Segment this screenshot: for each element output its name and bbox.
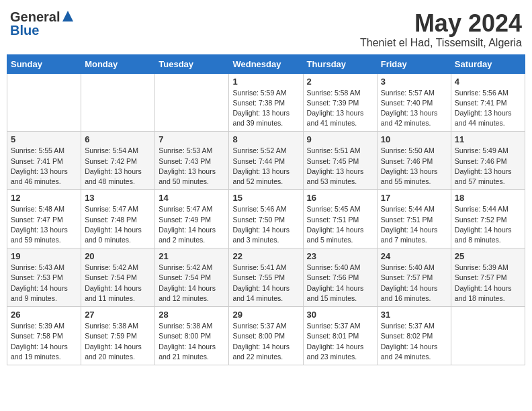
day-info: Sunrise: 5:50 AMSunset: 7:46 PMDaylight:… bbox=[381, 146, 447, 187]
day-number: 27 bbox=[85, 310, 151, 320]
day-info: Sunrise: 5:51 AMSunset: 7:45 PMDaylight:… bbox=[307, 146, 373, 187]
calendar-cell: 14Sunrise: 5:47 AMSunset: 7:49 PMDayligh… bbox=[155, 190, 229, 248]
weekday-header-row: SundayMondayTuesdayWednesdayThursdayFrid… bbox=[7, 54, 525, 73]
calendar-cell: 19Sunrise: 5:43 AMSunset: 7:53 PMDayligh… bbox=[7, 248, 81, 307]
title-section: May 2024 Theniet el Had, Tissemsilt, Alg… bbox=[360, 10, 522, 49]
day-info: Sunrise: 5:37 AMSunset: 8:00 PMDaylight:… bbox=[232, 321, 299, 362]
day-number: 3 bbox=[381, 77, 447, 87]
day-info: Sunrise: 5:53 AMSunset: 7:43 PMDaylight:… bbox=[159, 146, 225, 187]
day-number: 31 bbox=[381, 310, 447, 320]
day-info: Sunrise: 5:45 AMSunset: 7:51 PMDaylight:… bbox=[307, 204, 373, 245]
day-info: Sunrise: 5:59 AMSunset: 7:38 PMDaylight:… bbox=[232, 88, 299, 129]
day-number: 4 bbox=[455, 77, 521, 87]
calendar-cell: 16Sunrise: 5:45 AMSunset: 7:51 PMDayligh… bbox=[303, 190, 377, 248]
day-info: Sunrise: 5:38 AMSunset: 7:59 PMDaylight:… bbox=[85, 321, 151, 362]
calendar-cell: 30Sunrise: 5:37 AMSunset: 8:01 PMDayligh… bbox=[303, 307, 377, 365]
day-info: Sunrise: 5:57 AMSunset: 7:40 PMDaylight:… bbox=[381, 88, 447, 129]
day-number: 9 bbox=[307, 134, 373, 144]
calendar-cell: 6Sunrise: 5:54 AMSunset: 7:42 PMDaylight… bbox=[81, 132, 155, 190]
month-title: May 2024 bbox=[360, 10, 522, 37]
day-number: 11 bbox=[455, 134, 521, 144]
day-info: Sunrise: 5:49 AMSunset: 7:46 PMDaylight:… bbox=[455, 146, 521, 187]
calendar-cell: 10Sunrise: 5:50 AMSunset: 7:46 PMDayligh… bbox=[377, 132, 451, 190]
week-row-4: 19Sunrise: 5:43 AMSunset: 7:53 PMDayligh… bbox=[7, 248, 525, 307]
calendar-cell: 13Sunrise: 5:47 AMSunset: 7:48 PMDayligh… bbox=[81, 190, 155, 248]
calendar-cell: 27Sunrise: 5:38 AMSunset: 7:59 PMDayligh… bbox=[81, 307, 155, 365]
day-number: 12 bbox=[11, 193, 77, 203]
day-number: 21 bbox=[159, 251, 225, 261]
day-number: 1 bbox=[232, 77, 299, 87]
logo: General Blue bbox=[10, 10, 75, 37]
day-number: 14 bbox=[159, 193, 225, 203]
day-info: Sunrise: 5:44 AMSunset: 7:52 PMDaylight:… bbox=[455, 204, 521, 245]
calendar-cell: 12Sunrise: 5:48 AMSunset: 7:47 PMDayligh… bbox=[7, 190, 81, 248]
day-number: 18 bbox=[455, 193, 521, 203]
day-number: 10 bbox=[381, 134, 447, 144]
day-number: 26 bbox=[11, 310, 77, 320]
day-info: Sunrise: 5:55 AMSunset: 7:41 PMDaylight:… bbox=[11, 146, 77, 187]
day-number: 22 bbox=[232, 251, 299, 261]
day-info: Sunrise: 5:52 AMSunset: 7:44 PMDaylight:… bbox=[232, 146, 299, 187]
location-title: Theniet el Had, Tissemsilt, Algeria bbox=[360, 37, 522, 49]
calendar-cell: 1Sunrise: 5:59 AMSunset: 7:38 PMDaylight… bbox=[229, 73, 303, 132]
calendar-cell: 18Sunrise: 5:44 AMSunset: 7:52 PMDayligh… bbox=[451, 190, 525, 248]
day-info: Sunrise: 5:40 AMSunset: 7:57 PMDaylight:… bbox=[381, 263, 447, 304]
day-number: 25 bbox=[455, 251, 521, 261]
calendar-cell bbox=[7, 73, 81, 132]
calendar-cell: 2Sunrise: 5:58 AMSunset: 7:39 PMDaylight… bbox=[303, 73, 377, 132]
day-number: 7 bbox=[159, 134, 225, 144]
day-number: 8 bbox=[232, 134, 299, 144]
day-number: 20 bbox=[85, 251, 151, 261]
weekday-header-wednesday: Wednesday bbox=[229, 54, 303, 73]
week-row-5: 26Sunrise: 5:39 AMSunset: 7:58 PMDayligh… bbox=[7, 307, 525, 365]
calendar-cell: 25Sunrise: 5:39 AMSunset: 7:57 PMDayligh… bbox=[451, 248, 525, 307]
weekday-header-tuesday: Tuesday bbox=[155, 54, 229, 73]
day-number: 16 bbox=[307, 193, 373, 203]
week-row-3: 12Sunrise: 5:48 AMSunset: 7:47 PMDayligh… bbox=[7, 190, 525, 248]
day-info: Sunrise: 5:42 AMSunset: 7:54 PMDaylight:… bbox=[85, 263, 151, 304]
calendar-body: 1Sunrise: 5:59 AMSunset: 7:38 PMDaylight… bbox=[7, 73, 525, 365]
calendar-cell: 15Sunrise: 5:46 AMSunset: 7:50 PMDayligh… bbox=[229, 190, 303, 248]
calendar-cell: 3Sunrise: 5:57 AMSunset: 7:40 PMDaylight… bbox=[377, 73, 451, 132]
day-number: 5 bbox=[11, 134, 77, 144]
day-info: Sunrise: 5:54 AMSunset: 7:42 PMDaylight:… bbox=[85, 146, 151, 187]
calendar-cell bbox=[451, 307, 525, 365]
logo-general: General bbox=[10, 10, 60, 24]
day-info: Sunrise: 5:48 AMSunset: 7:47 PMDaylight:… bbox=[11, 204, 77, 245]
day-number: 29 bbox=[232, 310, 299, 320]
logo-icon bbox=[61, 9, 75, 23]
calendar-cell: 4Sunrise: 5:56 AMSunset: 7:41 PMDaylight… bbox=[451, 73, 525, 132]
calendar-cell: 5Sunrise: 5:55 AMSunset: 7:41 PMDaylight… bbox=[7, 132, 81, 190]
calendar-cell: 31Sunrise: 5:37 AMSunset: 8:02 PMDayligh… bbox=[377, 307, 451, 365]
calendar-cell bbox=[81, 73, 155, 132]
calendar-cell: 20Sunrise: 5:42 AMSunset: 7:54 PMDayligh… bbox=[81, 248, 155, 307]
day-info: Sunrise: 5:47 AMSunset: 7:48 PMDaylight:… bbox=[85, 204, 151, 245]
day-info: Sunrise: 5:43 AMSunset: 7:53 PMDaylight:… bbox=[11, 263, 77, 304]
calendar-cell: 28Sunrise: 5:38 AMSunset: 8:00 PMDayligh… bbox=[155, 307, 229, 365]
calendar-cell: 22Sunrise: 5:41 AMSunset: 7:55 PMDayligh… bbox=[229, 248, 303, 307]
svg-marker-0 bbox=[62, 11, 73, 21]
day-info: Sunrise: 5:37 AMSunset: 8:02 PMDaylight:… bbox=[381, 321, 447, 362]
calendar-cell: 17Sunrise: 5:44 AMSunset: 7:51 PMDayligh… bbox=[377, 190, 451, 248]
calendar-cell: 26Sunrise: 5:39 AMSunset: 7:58 PMDayligh… bbox=[7, 307, 81, 365]
weekday-header-friday: Friday bbox=[377, 54, 451, 73]
day-info: Sunrise: 5:40 AMSunset: 7:56 PMDaylight:… bbox=[307, 263, 373, 304]
calendar-table: SundayMondayTuesdayWednesdayThursdayFrid… bbox=[7, 54, 525, 365]
week-row-1: 1Sunrise: 5:59 AMSunset: 7:38 PMDaylight… bbox=[7, 73, 525, 132]
day-info: Sunrise: 5:58 AMSunset: 7:39 PMDaylight:… bbox=[307, 88, 373, 129]
calendar-cell: 23Sunrise: 5:40 AMSunset: 7:56 PMDayligh… bbox=[303, 248, 377, 307]
calendar-cell: 8Sunrise: 5:52 AMSunset: 7:44 PMDaylight… bbox=[229, 132, 303, 190]
day-info: Sunrise: 5:41 AMSunset: 7:55 PMDaylight:… bbox=[232, 263, 299, 304]
week-row-2: 5Sunrise: 5:55 AMSunset: 7:41 PMDaylight… bbox=[7, 132, 525, 190]
weekday-header-thursday: Thursday bbox=[303, 54, 377, 73]
day-number: 30 bbox=[307, 310, 373, 320]
weekday-header-sunday: Sunday bbox=[7, 54, 81, 73]
page-header: General Blue May 2024 Theniet el Had, Ti… bbox=[7, 7, 525, 49]
calendar-cell: 21Sunrise: 5:42 AMSunset: 7:54 PMDayligh… bbox=[155, 248, 229, 307]
weekday-header-saturday: Saturday bbox=[451, 54, 525, 73]
day-info: Sunrise: 5:37 AMSunset: 8:01 PMDaylight:… bbox=[307, 321, 373, 362]
day-number: 24 bbox=[381, 251, 447, 261]
weekday-header-monday: Monday bbox=[81, 54, 155, 73]
calendar-cell: 9Sunrise: 5:51 AMSunset: 7:45 PMDaylight… bbox=[303, 132, 377, 190]
day-number: 13 bbox=[85, 193, 151, 203]
